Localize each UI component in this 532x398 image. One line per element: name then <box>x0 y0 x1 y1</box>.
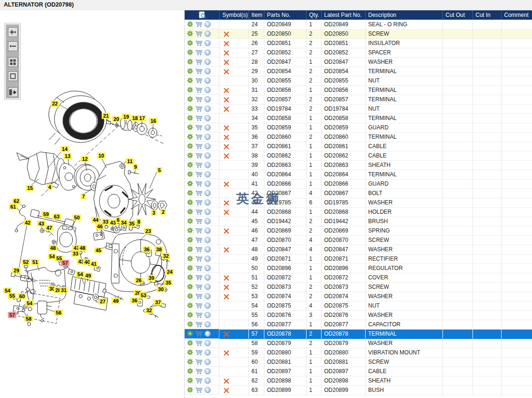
info-icon[interactable] <box>204 218 211 225</box>
table-row[interactable]: 36 OD20860 2 OD20860 TERMINAL <box>185 132 532 142</box>
gear-icon[interactable] <box>187 68 193 74</box>
table-row[interactable]: 54 OD20875 4 OD20875 NUT <box>185 301 532 310</box>
cart-icon[interactable] <box>195 21 202 28</box>
diagram-callout-37[interactable]: 37 <box>154 300 162 306</box>
diagram-callout-51[interactable]: 51 <box>31 259 39 265</box>
diagram-callout-57[interactable]: 57 <box>8 312 16 318</box>
gear-icon[interactable] <box>187 115 193 121</box>
diagram-callout-38[interactable]: 38 <box>155 247 163 253</box>
header-qty[interactable]: Qty. <box>306 10 321 20</box>
cart-icon[interactable] <box>195 321 202 328</box>
table-row[interactable]: 40 OD20864 1 OD20864 TERMINAL <box>185 170 532 179</box>
diagram-callout-19[interactable]: 19 <box>122 114 130 120</box>
toggle-panel-button[interactable] <box>8 87 18 97</box>
table-row[interactable]: 49 OD20871 1 OD20871 RECTIFIER <box>185 254 532 263</box>
info-icon[interactable] <box>204 134 211 140</box>
gear-icon[interactable] <box>187 349 193 355</box>
diagram-callout-32[interactable]: 32 <box>145 308 153 314</box>
info-icon[interactable] <box>204 274 211 281</box>
info-icon[interactable] <box>204 143 211 150</box>
diagram-callout-2[interactable]: 2 <box>160 209 166 215</box>
cart-icon[interactable] <box>195 190 202 196</box>
header-symbols[interactable]: Symbol(s) <box>219 10 248 20</box>
cart-icon[interactable] <box>195 246 202 253</box>
cart-icon[interactable] <box>195 105 202 112</box>
cart-icon[interactable] <box>195 68 202 75</box>
gear-icon[interactable] <box>187 237 193 243</box>
diagram-callout-48[interactable]: 48 <box>49 245 57 251</box>
diagram-callout-36[interactable]: 36 <box>130 298 139 304</box>
info-icon[interactable] <box>204 68 211 75</box>
cart-icon[interactable] <box>195 30 202 37</box>
cart-icon[interactable] <box>195 227 202 234</box>
cart-icon[interactable] <box>195 274 202 281</box>
info-icon[interactable] <box>204 40 211 46</box>
diagram-callout-58[interactable]: 58 <box>24 316 33 322</box>
header-cut-in[interactable]: Cut In <box>472 10 501 20</box>
diagram-callout-59[interactable]: 59 <box>42 211 50 218</box>
diagram-callout-23[interactable]: 23 <box>144 228 152 234</box>
diagram-callout-15[interactable]: 15 <box>26 185 34 191</box>
info-icon[interactable] <box>204 49 211 56</box>
info-icon[interactable] <box>204 77 211 84</box>
gear-icon[interactable] <box>187 124 193 130</box>
diagram-callout-36[interactable]: 36 <box>142 247 151 253</box>
table-row[interactable]: 59 OD20880 1 OD20880 VIBRATION MOUNT <box>185 348 532 357</box>
diagram-callout-43[interactable]: 43 <box>37 221 45 227</box>
table-row[interactable]: 29 OD20854 2 OD20854 TERMINAL <box>185 67 532 76</box>
info-icon[interactable] <box>204 180 211 187</box>
table-row[interactable]: 44 OD20868 1 OD20868 HOLDER <box>185 207 532 217</box>
table-row[interactable]: 60 OD20881 1 OD20881 SCREW <box>185 357 532 367</box>
header-cut-out[interactable]: Cut Out <box>442 10 472 20</box>
diagram-callout-46[interactable]: 46 <box>96 224 104 230</box>
diagram-callout-60[interactable]: 60 <box>18 293 26 300</box>
cart-icon[interactable] <box>195 180 202 187</box>
table-row[interactable]: 42 OD20867 4 OD20867 BOLT <box>185 188 532 198</box>
table-row[interactable]: 56 OD20877 1 OD20877 CAPACITOR <box>185 320 532 329</box>
gear-icon[interactable] <box>187 134 193 140</box>
cart-icon[interactable] <box>195 359 202 365</box>
gear-icon[interactable] <box>187 143 193 149</box>
table-row[interactable]: 33 OD19784 2 OD19784 NUT <box>185 104 532 113</box>
cart-icon[interactable] <box>195 312 202 318</box>
diagram-callout-9[interactable]: 9 <box>133 164 138 170</box>
gear-icon[interactable] <box>187 105 193 112</box>
cart-icon[interactable] <box>195 96 202 103</box>
info-icon[interactable] <box>204 227 211 234</box>
table-row[interactable]: 57 OD20878 2 OD20878 TERMINAL <box>185 329 532 338</box>
gear-icon[interactable] <box>187 30 193 37</box>
info-icon[interactable] <box>204 21 211 28</box>
gear-icon[interactable] <box>187 359 193 365</box>
diagram-callout-31[interactable]: 31 <box>60 287 68 293</box>
table-row[interactable]: 53 OD20874 2 OD20874 WASHER <box>185 292 532 301</box>
diagram-callout-27[interactable]: 27 <box>98 299 107 305</box>
header-item[interactable]: Item <box>248 10 264 20</box>
diagram-callout-13[interactable]: 13 <box>63 153 72 159</box>
info-icon[interactable] <box>204 312 211 318</box>
diagram-callout-42[interactable]: 42 <box>23 220 32 226</box>
cart-icon[interactable] <box>195 87 202 93</box>
diagram-callout-35[interactable]: 35 <box>127 221 136 227</box>
gear-icon[interactable] <box>187 293 193 299</box>
table-row[interactable]: 55 OD20876 3 OD20876 WASHER <box>185 310 532 320</box>
cart-icon[interactable] <box>195 302 202 309</box>
cart-icon[interactable] <box>195 40 202 46</box>
gear-icon[interactable] <box>187 312 193 318</box>
diagram-callout-52[interactable]: 52 <box>22 259 30 265</box>
info-icon[interactable] <box>204 284 211 290</box>
diagram-callout-39[interactable]: 39 <box>147 275 156 281</box>
table-row[interactable]: 28 OD20847 1 OD20847 WASHER <box>185 57 532 67</box>
cart-icon[interactable] <box>195 349 202 356</box>
gear-icon[interactable] <box>187 340 193 346</box>
table-row[interactable]: 39 OD20863 1 OD20863 SHEATH <box>185 160 532 170</box>
info-icon[interactable] <box>204 293 211 300</box>
gear-icon[interactable] <box>187 199 193 205</box>
cart-icon[interactable] <box>195 171 202 178</box>
cart-icon[interactable] <box>195 162 202 168</box>
cart-icon[interactable] <box>195 143 202 150</box>
table-row[interactable]: 41 OD20866 1 OD20866 GUARD <box>185 179 532 188</box>
gear-icon[interactable] <box>187 87 193 93</box>
gear-icon[interactable] <box>187 377 193 383</box>
diagram-callout-5[interactable]: 5 <box>157 167 162 173</box>
diagram-callout-30[interactable]: 30 <box>157 286 165 293</box>
